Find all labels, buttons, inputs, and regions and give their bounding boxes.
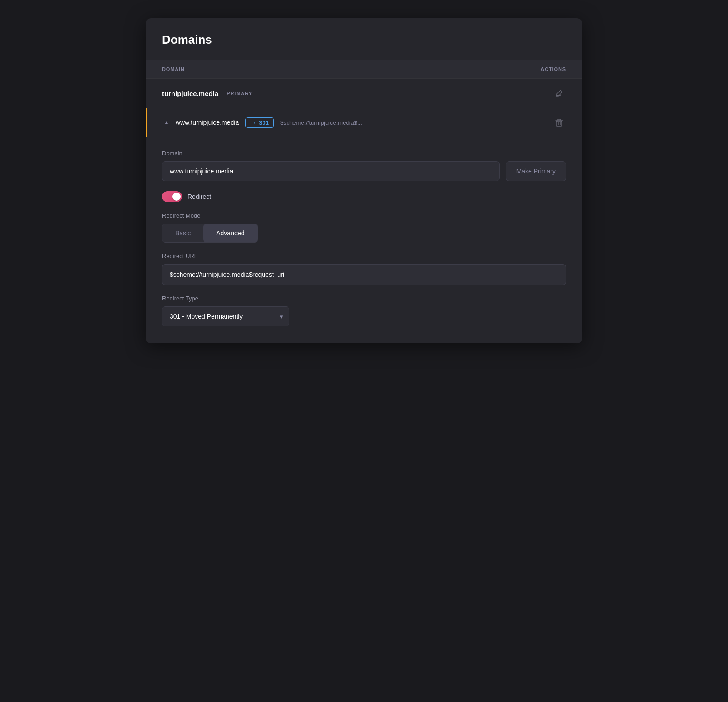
domain-field-group: Domain Make Primary <box>162 150 566 181</box>
panel-header: Domains <box>146 18 582 60</box>
domains-panel: Domains DOMAIN ACTIONS turnipjuice.media… <box>146 18 582 343</box>
redirect-row-left: ▲ www.turnipjuice.media → 301 $scheme://… <box>164 117 362 128</box>
redirect-code: 301 <box>259 119 269 126</box>
edit-icon <box>555 89 564 98</box>
trash-icon <box>554 117 564 127</box>
make-primary-button[interactable]: Make Primary <box>506 161 566 181</box>
mode-advanced-button[interactable]: Advanced <box>203 224 257 242</box>
redirect-target-url: $scheme://turnipjuice.media$... <box>280 119 362 126</box>
redirect-url-label: Redirect URL <box>162 253 566 259</box>
svg-rect-1 <box>556 121 562 126</box>
primary-badge: PRIMARY <box>227 91 252 96</box>
primary-domain-row: turnipjuice.media PRIMARY <box>146 79 582 108</box>
redirect-type-select-wrapper: 301 - Moved Permanently 302 - Found 307 … <box>162 306 289 326</box>
redirect-url-input[interactable] <box>162 264 566 285</box>
delete-redirect-button[interactable] <box>552 116 566 129</box>
redirect-type-select[interactable]: 301 - Moved Permanently 302 - Found 307 … <box>162 306 289 326</box>
redirect-mode-label: Redirect Mode <box>162 212 566 219</box>
redirect-toggle-label: Redirect <box>187 193 211 200</box>
toggle-knob <box>172 193 181 201</box>
domain-input[interactable] <box>162 161 500 181</box>
col-actions-header: ACTIONS <box>541 66 566 72</box>
redirect-domain-row: ▲ www.turnipjuice.media → 301 $scheme://… <box>146 108 582 137</box>
domain-input-row: Make Primary <box>162 161 566 181</box>
redirect-domain-name: www.turnipjuice.media <box>176 119 239 126</box>
redirect-form-section: Domain Make Primary Redirect Redirect Mo… <box>146 137 582 343</box>
domain-field-label: Domain <box>162 150 566 157</box>
col-domain-header: DOMAIN <box>162 66 185 72</box>
table-header: DOMAIN ACTIONS <box>146 60 582 79</box>
edit-primary-domain-button[interactable] <box>553 87 566 100</box>
page-title: Domains <box>162 33 566 47</box>
primary-domain-left: turnipjuice.media PRIMARY <box>162 90 253 97</box>
redirect-toggle[interactable] <box>162 191 182 202</box>
arrow-icon: → <box>250 119 256 126</box>
redirect-toggle-row: Redirect <box>162 191 566 202</box>
chevron-up-icon: ▲ <box>164 119 169 126</box>
mode-basic-button[interactable]: Basic <box>162 224 203 242</box>
redirect-url-group: Redirect URL <box>162 253 566 285</box>
redirect-badge: → 301 <box>245 117 274 128</box>
redirect-type-label: Redirect Type <box>162 295 566 302</box>
redirect-mode-toggle: Basic Advanced <box>162 224 258 243</box>
primary-domain-name: turnipjuice.media <box>162 90 218 97</box>
